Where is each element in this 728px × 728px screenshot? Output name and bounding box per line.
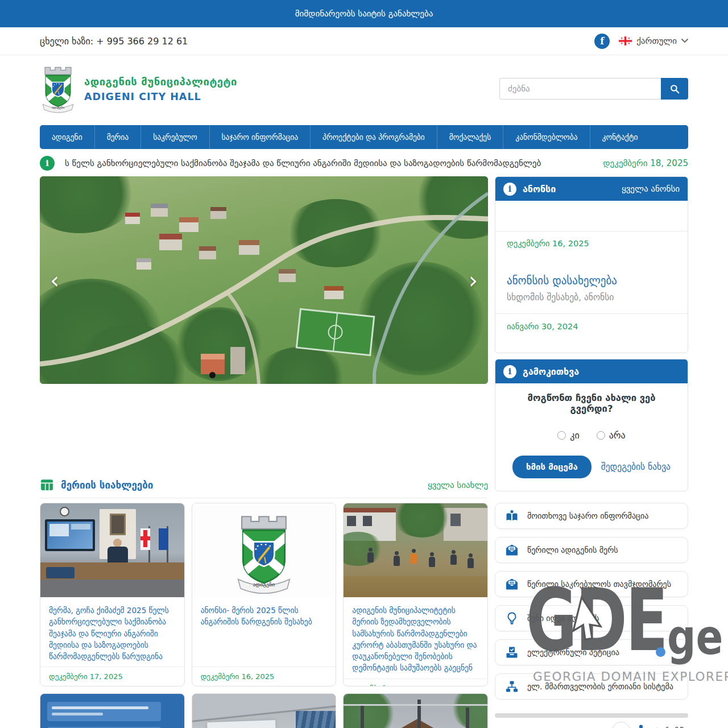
lightbulb-icon <box>505 611 519 625</box>
poll-results-link[interactable]: შედეგების ნახვა <box>601 462 671 472</box>
poll-title: გამოკითხვა <box>523 366 579 377</box>
carousel-indicator-dot <box>209 372 216 378</box>
language-label: ქართული <box>636 36 677 46</box>
news-card[interactable]: ადიგენის მუნიციპალიტეტის მერიის ზედამხედ… <box>343 503 488 686</box>
maintenance-banner-text: მიმდინარეობს საიტის განახლება <box>295 9 433 19</box>
horizontal-scrollbar[interactable] <box>495 713 688 718</box>
site-title-english: ADIGENI CITY HALL <box>84 91 237 102</box>
quicklinks: მოითხოვე საჯარო ინფორმაცია წერილი ადიგენ… <box>495 503 688 700</box>
news-card-date: დეკემბერი 10, 2025 <box>344 679 487 687</box>
georgia-flag-icon <box>619 36 632 46</box>
site-search <box>499 78 688 100</box>
nav-item-public-info[interactable]: საჯარო ინფორმაცია <box>209 125 311 149</box>
tourist-person-icon <box>634 723 648 728</box>
announcement-date: დეკემბერი 16, 2025 <box>507 239 676 248</box>
news-card-title[interactable]: ადიგენის მუნიციპალიტეტის მერიის ზედამხედ… <box>352 605 479 674</box>
news-card-image-infographic[interactable] <box>40 693 185 728</box>
news-ticker: i ს წელს განხორციელებული საქმიანობა შეაჯ… <box>40 152 688 174</box>
quicklink-letter-to-council-chair[interactable]: წერილი საკრებულოს თავმჯდომარეს <box>495 571 688 597</box>
announcements-title: ანონსი <box>523 184 556 195</box>
announcement-subtitle: სხდომის შესახებ, ანონსი <box>507 292 676 303</box>
book-reader-icon <box>505 509 519 523</box>
adigeni-city-hall-page: მიმდინარეობს საიტის განახლება ცხელი ხაზი… <box>0 0 728 728</box>
main-navigation: ადიგენი მერია საკრებულო საჯარო ინფორმაცი… <box>40 125 688 149</box>
news-card-image-emblem <box>192 503 336 597</box>
language-selector[interactable]: ქართული <box>619 36 688 46</box>
site-header: ადიგენის მუნიციპალიტეტი ADIGENI CITY HAL… <box>0 55 728 122</box>
chevron-down-icon <box>681 39 688 43</box>
quicklink-request-public-info[interactable]: მოითხოვე საჯარო ინფორმაცია <box>495 503 688 529</box>
hero-carousel[interactable]: ‹ › <box>40 176 488 384</box>
tourism-toggle-knob[interactable] <box>612 722 630 728</box>
nav-item-adigeni[interactable]: ადიგენი <box>40 125 94 149</box>
open-envelope-icon <box>505 577 519 591</box>
search-icon <box>669 84 680 94</box>
news-card-date: დეკემბერი 17, 2025 <box>40 667 184 686</box>
radio-no[interactable] <box>597 431 605 440</box>
news-card-date: დეკემბერი 16, 2025 <box>192 667 336 686</box>
nav-item-mayor-office[interactable]: მერია <box>94 125 141 149</box>
hotline-text: ცხელი ხაზი: + 995 366 29 12 61 <box>40 36 188 47</box>
maintenance-banner: მიმდინარეობს საიტის განახლება <box>0 0 728 27</box>
ticker-date: დეკემბერი 18, 2025 <box>603 158 688 168</box>
news-card[interactable]: მერმა, გოჩა ქიმაძემ 2025 წელს განხორციელ… <box>40 503 185 686</box>
sitemap-icon <box>505 680 519 693</box>
news-view-all-link[interactable]: ყველა სიახლე <box>428 480 488 490</box>
news-card-title[interactable]: მერმა, გოჩა ქიმაძემ 2025 წელს განხორციელ… <box>49 605 176 662</box>
facebook-icon[interactable]: f <box>594 34 610 49</box>
open-envelope-icon <box>505 543 519 557</box>
carousel-next-button[interactable]: › <box>469 269 478 292</box>
search-button[interactable] <box>661 78 688 100</box>
vote-button[interactable]: ხმის მიცემა <box>512 456 592 478</box>
nav-item-legislation[interactable]: კანონმდებლობა <box>503 125 589 149</box>
quicklink-egov-system[interactable]: ელ. მმართველობის ერთიანი სისტემა <box>495 673 688 700</box>
info-icon: i <box>503 183 516 196</box>
announcement-item[interactable]: იანვარი 30, 2024 <box>495 314 688 353</box>
nav-item-citizen[interactable]: მოქალაქეს <box>437 125 503 149</box>
nav-item-projects-programs[interactable]: პროექტები და პროგრამები <box>310 125 437 149</box>
search-input[interactable] <box>499 78 661 100</box>
carousel-prev-button[interactable]: ‹ <box>50 269 59 292</box>
quicklink-your-idea[interactable]: შენი იდეა ადიგენს <box>495 605 688 631</box>
tourism-toggle-row[interactable]: ტურიზმი <box>495 721 688 728</box>
announcements-view-all-link[interactable]: ყველა ანონსი <box>622 184 680 194</box>
news-card-image-outdoor <box>344 503 487 597</box>
announcement-item[interactable]: დეკემბერი 16, 2025 ანონსის დასახელება სხ… <box>495 231 688 314</box>
quicklink-e-petition[interactable]: ელექტრონული პეტიცია <box>495 639 688 665</box>
ballot-box-icon <box>505 646 519 659</box>
announcement-date: იანვარი 30, 2024 <box>507 322 676 331</box>
news-section-title: მერიის სიახლეები <box>61 479 153 491</box>
news-card-title[interactable]: ანონსი- მერის 2025 წლის ანგარიშის წარდგე… <box>201 605 328 628</box>
info-icon: i <box>40 156 55 171</box>
poll-option-yes[interactable]: კი <box>557 430 579 441</box>
announcements-panel: i ანონსი ყველა ანონსი დეკემბერი 16, 2025… <box>495 176 688 353</box>
announcement-title-link[interactable]: ანონსის დასახელება <box>507 274 676 287</box>
poll-panel: i გამოკითხვა მოგწონთ ჩვენი ახალი ვებ გვე… <box>495 359 688 491</box>
nav-item-council[interactable]: საკრებულო <box>140 125 209 149</box>
site-title-georgian: ადიგენის მუნიციპალიტეტი <box>84 76 237 88</box>
poll-option-no[interactable]: არა <box>597 430 626 441</box>
tourism-label: ტურიზმი <box>654 726 688 728</box>
radio-yes[interactable] <box>557 431 566 440</box>
info-icon: i <box>503 365 516 378</box>
ticker-text[interactable]: ს წელს განხორციელებული საქმიანობა შეაჯამ… <box>65 158 592 168</box>
quicklink-letter-to-mayor[interactable]: წერილი ადიგენის მერს <box>495 537 688 563</box>
nav-item-contact[interactable]: კონტაქტი <box>590 125 650 149</box>
news-card[interactable]: ანონსი- მერის 2025 წლის ანგარიშის წარდგე… <box>192 503 337 686</box>
news-card-image-meeting <box>40 503 184 597</box>
news-grid-icon <box>40 478 54 492</box>
news-card-image-presentation[interactable] <box>192 693 337 728</box>
adigeni-coat-of-arms-logo[interactable] <box>40 64 76 114</box>
news-card-image-construction[interactable] <box>343 693 488 728</box>
announcement-item-empty <box>495 201 688 231</box>
news-section-header: მერიის სიახლეები ყველა სიახლე <box>40 478 488 492</box>
utility-bar: ცხელი ხაზი: + 995 366 29 12 61 f ქართული <box>0 27 728 55</box>
poll-question: მოგწონთ ჩვენი ახალი ვებ გვერდი? <box>506 392 677 414</box>
